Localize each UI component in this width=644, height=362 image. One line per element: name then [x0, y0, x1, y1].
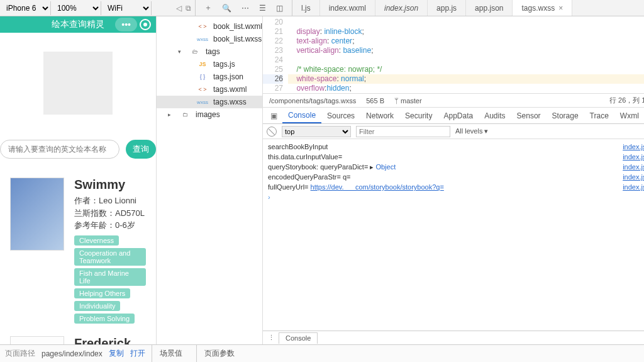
capsule-menu[interactable]: ••• — [115, 18, 137, 31]
clear-console-icon[interactable] — [267, 127, 277, 137]
book-item[interactable]: Frederick作者：Leo Lionni兰斯指数：590L — [10, 336, 146, 345]
tree-item[interactable]: JStags.js — [157, 58, 262, 71]
network-select[interactable]: WiFi — [101, 1, 152, 15]
footer-open[interactable]: 打开 — [130, 348, 145, 359]
book-item[interactable]: Swimmy作者：Leo Lionni兰斯指数：AD570L参考年龄：0-6岁C… — [10, 178, 146, 324]
editor-tab[interactable]: index.wxml — [320, 0, 375, 16]
console-source-link[interactable]: index.js? [sm]:148 — [623, 162, 644, 172]
wxml-icon: < > — [196, 86, 209, 93]
sim-title: 绘本查询精灵 — [52, 19, 104, 30]
context-select[interactable]: top — [282, 126, 351, 137]
console-line: searchBookByInputindex.js? [sm]:190 — [268, 142, 644, 152]
tree-label: tags.json — [213, 72, 243, 81]
editor-tab[interactable]: tags.wxss× — [513, 0, 572, 16]
tree-item[interactable]: ▾🗁tags — [157, 45, 262, 58]
tag-pill[interactable]: Helping Others — [74, 288, 130, 298]
devtools-tab-sensor[interactable]: Sensor — [511, 108, 547, 123]
js-icon: JS — [196, 61, 209, 67]
drawer-console-tab[interactable]: Console — [279, 332, 318, 344]
tag-pill[interactable]: Problem Solving — [74, 314, 135, 324]
tag-pill[interactable]: Cleverness — [74, 235, 119, 246]
json-icon: { } — [196, 74, 209, 80]
git-branch: ᛘ master — [394, 97, 422, 105]
inspect-icon[interactable]: ▣ — [267, 111, 281, 120]
devtools-tab-wxml[interactable]: Wxml — [614, 108, 644, 123]
log-levels[interactable]: All levels ▾ — [455, 127, 488, 135]
drawer-more-icon[interactable]: ⋮ — [268, 334, 275, 342]
wxss-icon: wxss — [196, 37, 209, 42]
mute-icon[interactable]: ◁ — [176, 4, 182, 13]
filter-input[interactable] — [356, 126, 450, 137]
folder-icon: 🗀 — [178, 111, 192, 118]
folder-open-icon: 🗁 — [188, 48, 202, 55]
editor-tab[interactable]: index.json — [375, 0, 428, 16]
search-button[interactable]: 查询 — [126, 140, 156, 159]
file-size: 565 B — [366, 97, 384, 105]
book-thumbnail — [10, 336, 64, 345]
footer-path-label: 页面路径 — [5, 348, 35, 359]
rotate-icon[interactable]: ⧉ — [186, 4, 191, 13]
devtools-tab-network[interactable]: Network — [360, 108, 399, 123]
search-icon[interactable]: 🔍 — [222, 4, 231, 13]
footer-scene[interactable]: 场景值 — [152, 345, 190, 362]
zoom-select[interactable]: 100% — [51, 1, 101, 15]
console-line: this.data.curInputValue=index.js? [sm]:1… — [268, 152, 644, 162]
tree-label: tags — [206, 47, 220, 56]
tree-item[interactable]: < >tags.wxml — [157, 83, 262, 96]
tag-pill[interactable]: Fish and Marine Life — [74, 268, 146, 286]
editor-tab[interactable]: app.json — [466, 0, 513, 16]
tree-item[interactable]: < >book_list.wxml — [157, 20, 262, 33]
console-line: queryStorybook: queryParaDict= ▸ Objecti… — [268, 162, 644, 172]
book-title: Frederick — [74, 336, 136, 345]
add-icon[interactable]: ＋ — [204, 3, 212, 13]
device-select[interactable]: iPhone 6 — [0, 1, 51, 15]
wxml-icon: < > — [196, 23, 209, 30]
tree-item[interactable]: wxsstags.wxss — [157, 96, 262, 108]
devtools-tab-appdata[interactable]: AppData — [438, 108, 479, 123]
book-meta: 兰斯指数：AD570L — [74, 207, 146, 220]
devtools-tab-security[interactable]: Security — [399, 108, 438, 123]
tree-label: tags.js — [213, 60, 235, 69]
more-icon[interactable]: ⋯ — [242, 4, 249, 13]
tree-item[interactable]: ▸🗀images — [157, 108, 262, 121]
devtools-tab-console[interactable]: Console — [282, 108, 321, 123]
capsule-close[interactable] — [140, 19, 151, 30]
tag-pill[interactable]: Individuality — [74, 301, 120, 311]
tree-label: tags.wxss — [213, 98, 247, 106]
console-prompt[interactable]: › — [268, 192, 644, 201]
split-icon[interactable]: ◫ — [276, 4, 283, 13]
tag-pill[interactable]: Cooperation and Teamwork — [74, 248, 146, 266]
editor-tab[interactable]: app.js — [428, 0, 466, 16]
devtools-tab-trace[interactable]: Trace — [584, 108, 614, 123]
search-input[interactable] — [0, 140, 119, 159]
footer-copy[interactable]: 复制 — [109, 348, 124, 359]
tree-item[interactable]: wxssbook_list.wxss — [157, 33, 262, 45]
indent-icon[interactable]: ☰ — [259, 4, 266, 13]
book-title: Swimmy — [74, 178, 146, 192]
close-icon[interactable]: × — [558, 4, 563, 13]
sim-titlebar: 绘本查询精灵 ••• — [0, 16, 156, 33]
sim-tools: ◁ ⧉ — [152, 0, 196, 16]
tree-label: images — [196, 110, 220, 119]
tree-arrow-icon: ▾ — [178, 48, 184, 55]
tree-label: book_list.wxml — [213, 22, 262, 31]
cursor-pos: 行 26，列 1 — [609, 96, 644, 105]
devtools-tab-audits[interactable]: Audits — [479, 108, 511, 123]
console-source-link[interactable]: index.js? [sm]:150 — [623, 172, 644, 182]
console-source-link[interactable]: index.js? [sm]:194 — [623, 152, 644, 162]
tree-item[interactable]: { }tags.json — [157, 71, 262, 83]
console-line: encodedQueryParaStr= q=index.js? [sm]:15… — [268, 172, 644, 182]
placeholder-image — [43, 52, 113, 115]
console-source-link[interactable]: index.js? [sm]:156 — [623, 182, 644, 192]
console-line: fullQueryUrl= https://dev. com/storybook… — [268, 182, 644, 192]
book-meta: 作者：Leo Lionni — [74, 195, 146, 207]
footer-path: pages/index/index — [42, 349, 103, 358]
devtools-tab-sources[interactable]: Sources — [321, 108, 360, 123]
tree-arrow-icon: ▸ — [168, 111, 174, 118]
devtools-tab-storage[interactable]: Storage — [547, 108, 584, 123]
book-meta: 参考年龄：0-6岁 — [74, 219, 146, 232]
file-path: /components/tags/tags.wxss — [269, 97, 356, 105]
console-source-link[interactable]: index.js? [sm]:190 — [623, 142, 644, 152]
editor-tab[interactable]: l.js — [292, 0, 320, 16]
footer-params[interactable]: 页面参数 — [196, 345, 242, 362]
